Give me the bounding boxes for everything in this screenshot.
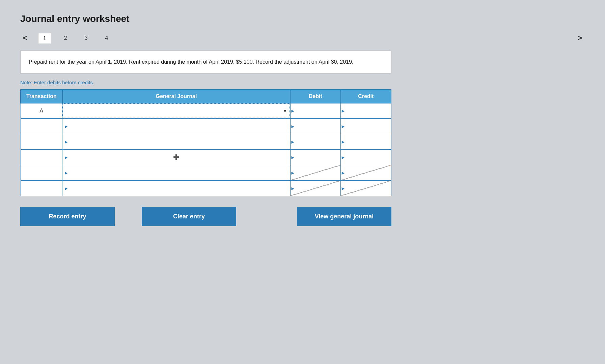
table-row: A ▼ ► ► [21,103,391,119]
credit-cell[interactable]: ► [341,150,391,165]
page-title: Journal entry worksheet [20,13,585,24]
debit-cell[interactable]: ► [290,134,340,150]
table-row: ► ► ► [21,165,391,181]
general-journal-input[interactable] [62,165,290,180]
general-journal-cell[interactable]: ► [62,165,290,181]
debit-input[interactable] [293,134,338,149]
general-journal-cell[interactable]: ► [62,134,290,150]
transaction-cell [21,119,62,134]
add-row-icon[interactable]: ✚ [173,153,179,162]
header-debit: Debit [290,90,340,103]
row-arrow-icon: ► [291,186,295,191]
credit-cell[interactable]: ► [341,134,391,150]
description-box: Prepaid rent for the year on April 1, 20… [20,51,391,73]
table-row: ► ► ► [21,119,391,134]
transaction-cell [21,165,62,181]
row-arrow-icon: ► [291,170,295,176]
debit-cell: ► [290,181,340,196]
prev-page-button[interactable]: < [20,32,30,44]
next-page-button[interactable]: > [575,32,585,44]
transaction-cell [21,181,62,196]
page-tab-1[interactable]: 1 [38,33,51,43]
general-journal-input[interactable] [62,134,290,149]
debit-cell[interactable]: ► [290,150,340,165]
debit-cell: ► [290,165,340,181]
debit-cell[interactable]: ► [290,103,340,119]
credit-input[interactable] [343,119,388,134]
journal-table: Transaction General Journal Debit Credit… [20,89,391,196]
note-text: Note: Enter debits before credits. [20,80,585,85]
row-arrow-icon: ► [341,170,346,176]
general-journal-input[interactable] [63,104,280,118]
general-journal-cell[interactable]: ► [62,119,290,134]
view-general-journal-button[interactable]: View general journal [297,207,391,226]
credit-cell: ► [341,181,391,196]
header-transaction: Transaction [21,90,62,103]
debit-input[interactable] [293,119,338,134]
table-row: ► ► ► [21,181,391,196]
row-arrow-icon: ► [291,155,295,160]
buttons-row: Record entry Clear entry View general jo… [20,207,391,226]
credit-cell[interactable]: ► [341,119,391,134]
transaction-cell [21,134,62,150]
transaction-cell: A [21,103,62,119]
header-credit: Credit [341,90,391,103]
record-entry-button[interactable]: Record entry [20,207,115,226]
page-tab-4[interactable]: 4 [101,33,113,43]
general-journal-input[interactable] [62,181,290,196]
table-row: ► ✚ ► ► [21,150,391,165]
page-tab-2[interactable]: 2 [59,33,72,43]
general-journal-cell[interactable]: ► [62,181,290,196]
transaction-cell [21,150,62,165]
debit-input[interactable] [293,103,338,119]
general-journal-input[interactable] [62,119,290,134]
credit-cell: ► [341,165,391,181]
table-row: ► ► ► [21,134,391,150]
row-arrow-icon: ► [341,155,346,160]
general-journal-cell[interactable]: ▼ [62,103,290,119]
dropdown-arrow-icon[interactable]: ▼ [283,108,287,114]
debit-cell[interactable]: ► [290,119,340,134]
general-journal-cell[interactable]: ► ✚ [62,150,290,165]
clear-entry-button[interactable]: Clear entry [142,207,236,226]
page-tab-3[interactable]: 3 [80,33,92,43]
credit-cell[interactable]: ► [341,103,391,119]
row-arrow-icon: ► [64,155,68,160]
header-general-journal: General Journal [62,90,290,103]
credit-input[interactable] [343,134,388,149]
credit-input[interactable] [343,103,388,119]
row-arrow-icon: ► [341,186,346,191]
